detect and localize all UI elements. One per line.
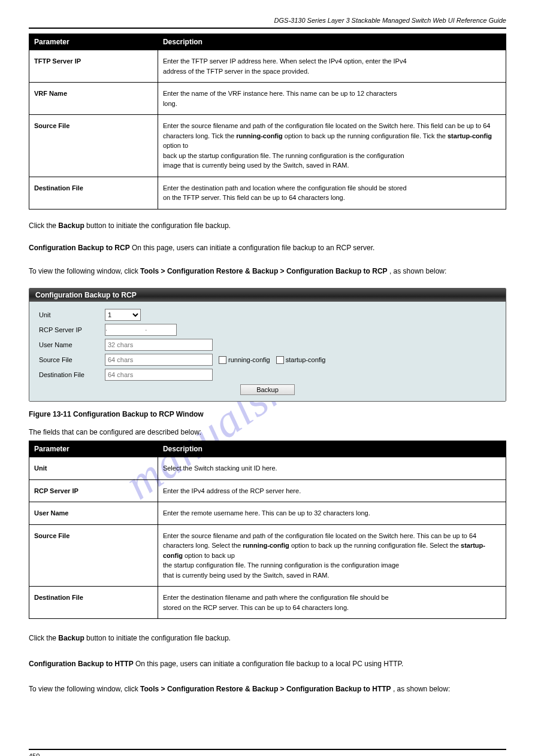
t1-r3-param: Destination File	[29, 177, 158, 209]
rcp-intro-text: Configuration Backup to RCP On this page…	[29, 242, 506, 254]
startup-config-checkbox[interactable]	[276, 356, 284, 364]
t2-r4-desc: Enter the destination filename and path …	[158, 587, 506, 619]
t2-r0-param: Unit	[29, 457, 158, 480]
destination-file-label: Destination File	[39, 371, 105, 378]
params-table-2: Parameter Description Unit Select the Sw…	[29, 441, 506, 619]
config-backup-rcp-panel: Configuration Backup to RCP Unit 1 RCP S…	[29, 288, 506, 402]
rcp-nav-text: To view the following window, click Tool…	[29, 266, 506, 277]
source-file-label: Source File	[39, 356, 105, 363]
http-nav-text: To view the following window, click Tool…	[29, 683, 506, 695]
unit-select[interactable]: 1	[105, 309, 141, 321]
t1-head-param: Parameter	[29, 34, 158, 50]
table-row: Unit Select the Switch stacking unit ID …	[29, 457, 506, 480]
panel-title: Configuration Backup to RCP	[29, 289, 506, 302]
unit-label: Unit	[39, 311, 105, 318]
t1-r2-desc: Enter the source filename and path of th…	[158, 115, 506, 177]
t1-r0-param: TFTP Server IP	[29, 50, 158, 83]
username-label: User Name	[39, 341, 105, 348]
table-row: User Name Enter the remote username here…	[29, 502, 506, 525]
table-row: TFTP Server IP Enter the TFTP server IP …	[29, 50, 506, 83]
table-row: VRF Name Enter the name of the VRF insta…	[29, 83, 506, 115]
t2-r4-param: Destination File	[29, 587, 158, 619]
t1-r3-desc: Enter the destination path and location …	[158, 177, 506, 209]
panel-body: Unit 1 RCP Server IP User Name Source Fi…	[29, 302, 506, 401]
table-row: Destination File Enter the destination p…	[29, 177, 506, 209]
params-table-1: Parameter Description TFTP Server IP Ent…	[29, 34, 506, 210]
t1-r1-param: VRF Name	[29, 83, 158, 115]
source-file-input[interactable]	[105, 354, 213, 366]
t2-r2-param: User Name	[29, 502, 158, 525]
header-rule	[29, 28, 506, 29]
t2-r3-desc: Enter the source filename and path of th…	[158, 524, 506, 587]
table-row: Destination File Enter the destination f…	[29, 587, 506, 619]
figure-caption: Figure 13-11 Configuration Backup to RCP…	[29, 410, 506, 418]
t2-head-desc: Description	[158, 441, 506, 457]
page-header-label: DGS-3130 Series Layer 3 Stackable Manage…	[274, 17, 506, 24]
t2-r2-desc: Enter the remote username here. This can…	[158, 502, 506, 525]
footer-page: 450	[29, 752, 40, 756]
rcp-server-ip-input[interactable]	[105, 324, 177, 336]
t2-r1-param: RCP Server IP	[29, 479, 158, 502]
t1-r2-param: Source File	[29, 115, 158, 177]
username-input[interactable]	[105, 339, 213, 351]
running-config-checkbox[interactable]	[219, 356, 226, 364]
t1-r0-desc: Enter the TFTP server IP address here. W…	[158, 50, 506, 83]
table-row: Source File Enter the source filename an…	[29, 524, 506, 587]
http-intro-text: Configuration Backup to HTTP On this pag…	[29, 658, 506, 670]
rcp-ip-label: RCP Server IP	[39, 326, 105, 333]
t2-r3-param: Source File	[29, 524, 158, 587]
t2-r0-desc: Select the Switch stacking unit ID here.	[158, 457, 506, 480]
table-row: Source File Enter the source filename an…	[29, 115, 506, 177]
startup-config-label: startup-config	[286, 356, 326, 363]
t1-r1-desc: Enter the name of the VRF instance here.…	[158, 83, 506, 115]
backup-button[interactable]: Backup	[240, 384, 295, 395]
t2-head-param: Parameter	[29, 441, 158, 457]
t2-r1-desc: Enter the IPv4 address of the RCP server…	[158, 479, 506, 502]
after-table2-text: Click the Backup button to initiate the …	[29, 632, 506, 644]
destination-file-input[interactable]	[105, 369, 213, 381]
table-row: RCP Server IP Enter the IPv4 address of …	[29, 479, 506, 502]
after-table1-text: Click the Backup button to initiate the …	[29, 220, 506, 232]
t1-head-desc: Description	[158, 34, 506, 50]
running-config-label: running-config	[228, 356, 270, 363]
after-figure-text: The fields that can be configured are de…	[29, 427, 506, 438]
